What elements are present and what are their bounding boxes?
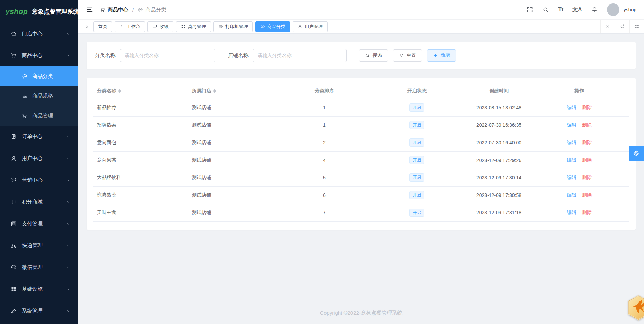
- sidebar-item-express-manage[interactable]: 快递管理: [0, 235, 78, 256]
- tag-icon: [10, 199, 17, 205]
- shop-name-label: 店铺名称: [228, 52, 249, 59]
- chat-icon: [260, 24, 265, 29]
- breadcrumb-item-product-center[interactable]: 商品中心: [100, 7, 128, 13]
- sidebar-item-wechat-manage[interactable]: 微信管理: [0, 256, 78, 278]
- cell-sort-order: 2: [283, 134, 366, 152]
- translate-icon[interactable]: 文A: [572, 7, 582, 12]
- edit-link[interactable]: 编辑: [567, 122, 576, 127]
- cell-shop: 测试店铺: [188, 186, 283, 204]
- status-badge: 开启: [409, 138, 424, 147]
- sidebar-item-system-manage[interactable]: 系统管理: [0, 300, 78, 322]
- reset-button[interactable]: 重置: [393, 49, 422, 62]
- chevron-down-icon: [66, 265, 71, 270]
- sidebar-item-product-manage[interactable]: 商品管理: [0, 106, 78, 126]
- search-icon[interactable]: [542, 6, 549, 13]
- refresh-button[interactable]: [615, 20, 629, 33]
- sort-caret[interactable]: [213, 89, 216, 93]
- sidebar-item-product-spec[interactable]: 商品规格: [0, 86, 78, 106]
- sidebar-item-product-center[interactable]: 商品中心: [0, 45, 78, 66]
- sidebar-item-label: 系统管理: [22, 308, 61, 314]
- hamburger-icon[interactable]: [86, 6, 93, 14]
- monitor-icon: [152, 24, 158, 29]
- edit-link[interactable]: 编辑: [567, 209, 576, 215]
- cell-actions: 编辑删除: [530, 169, 629, 187]
- sort-caret[interactable]: [118, 89, 121, 93]
- chat-icon: [137, 7, 143, 13]
- delete-link[interactable]: 删除: [582, 122, 592, 127]
- cell-status: 开启: [366, 186, 468, 204]
- user-icon: [10, 155, 17, 162]
- delete-link[interactable]: 删除: [582, 140, 592, 145]
- tab-printer-manage[interactable]: 打印机管理: [213, 21, 253, 32]
- category-name-input[interactable]: [120, 49, 215, 62]
- sidebar-item-label: 订单中心: [22, 133, 61, 140]
- delete-link[interactable]: 删除: [582, 209, 592, 215]
- delete-link[interactable]: 删除: [582, 157, 592, 163]
- edit-link[interactable]: 编辑: [567, 140, 576, 145]
- status-badge: 开启: [409, 173, 424, 182]
- sidebar-item-product-category[interactable]: 商品分类: [0, 66, 78, 86]
- column-header-category-name: 分类名称: [93, 83, 188, 99]
- cell-actions: 编辑删除: [530, 99, 629, 117]
- shop-name-input[interactable]: [253, 49, 347, 62]
- bird-hexagon-icon: [627, 295, 644, 321]
- edit-link[interactable]: 编辑: [567, 157, 576, 163]
- sidebar-item-label: 微信管理: [22, 264, 61, 271]
- cell-category-name: 惊喜热菜: [93, 186, 188, 204]
- table-row: 意向果茶 测试店铺 4 开启 2023-12-09 17:29:26 编辑删除: [93, 151, 629, 169]
- cell-shop: 测试店铺: [188, 134, 283, 152]
- sidebar-item-infrastructure[interactable]: 基础设施: [0, 278, 78, 300]
- category-name-label: 分类名称: [95, 52, 116, 59]
- edit-link[interactable]: 编辑: [567, 192, 576, 198]
- sidebar-item-label: 快递管理: [22, 242, 61, 249]
- fullscreen-icon[interactable]: [526, 6, 533, 13]
- cell-status: 开启: [366, 116, 468, 134]
- mascot-bird-badge[interactable]: [627, 295, 644, 321]
- delete-link[interactable]: 删除: [582, 105, 592, 110]
- tab-product-category[interactable]: 商品分类: [255, 21, 290, 32]
- edit-link[interactable]: 编辑: [567, 105, 576, 110]
- tabs-scroll-right-button[interactable]: [600, 20, 615, 33]
- cell-shop: 测试店铺: [188, 151, 283, 169]
- sidebar-item-label: 商品分类: [32, 73, 53, 80]
- cell-created: 2023-12-09 17:29:26: [468, 151, 530, 169]
- column-label: 创建时间: [489, 88, 509, 93]
- sidebar-item-label: 基础设施: [22, 286, 61, 292]
- table-row: 意向面包 测试店铺 2 开启 2022-07-30 16:40:00 编辑删除: [93, 134, 629, 152]
- calculator-icon: [10, 220, 17, 227]
- sidebar-item-marketing-center[interactable]: 营销中心: [0, 169, 78, 191]
- category-table-panel: 分类名称 所属门店 分类排序 开启状态 创建时间 操作: [87, 78, 636, 230]
- sidebar-item-store-center[interactable]: 门店中心: [0, 23, 78, 45]
- cell-category-name: 意向面包: [93, 134, 188, 152]
- sidebar-item-points-mall[interactable]: 积分商城: [0, 191, 78, 213]
- search-button[interactable]: 搜索: [359, 49, 388, 62]
- add-button[interactable]: 新增: [427, 49, 456, 62]
- column-label: 操作: [574, 88, 584, 93]
- sidebar-item-user-center[interactable]: 用户中心: [0, 147, 78, 169]
- sidebar-item-label: 商品中心: [22, 52, 61, 59]
- sidebar-item-label: 商品规格: [32, 93, 53, 99]
- tab-cashier[interactable]: 收银: [147, 21, 173, 32]
- tab-home[interactable]: 首页: [93, 21, 112, 32]
- tab-user-manage[interactable]: 用户管理: [293, 21, 328, 32]
- logo-text: yshop: [6, 7, 28, 16]
- font-size-icon[interactable]: Tt: [558, 7, 563, 12]
- tabs-bar: 首页 工作台 收银 桌号管理 打印机管理: [78, 20, 644, 34]
- cell-sort-order: 5: [283, 169, 366, 187]
- tab-options-button[interactable]: [629, 20, 644, 33]
- bell-icon[interactable]: [591, 6, 598, 13]
- sidebar-item-payment-manage[interactable]: 支付管理: [0, 213, 78, 235]
- edit-link[interactable]: 编辑: [567, 174, 576, 180]
- column-label: 开启状态: [407, 88, 427, 93]
- app-logo[interactable]: yshop 意象点餐管理系统: [0, 0, 78, 23]
- cell-created: 2022-07-30 16:36:35: [468, 116, 530, 134]
- tabs-scroll-left-button[interactable]: [80, 20, 93, 33]
- breadcrumb-item-current: 商品分类: [137, 7, 166, 13]
- sidebar-item-order-center[interactable]: 订单中心: [0, 126, 78, 147]
- delete-link[interactable]: 删除: [582, 192, 592, 198]
- tab-table-number[interactable]: 桌号管理: [176, 21, 211, 32]
- avatar[interactable]: [607, 3, 619, 16]
- tab-workbench[interactable]: 工作台: [115, 21, 145, 32]
- settings-fab-button[interactable]: [629, 146, 644, 161]
- delete-link[interactable]: 删除: [582, 174, 592, 180]
